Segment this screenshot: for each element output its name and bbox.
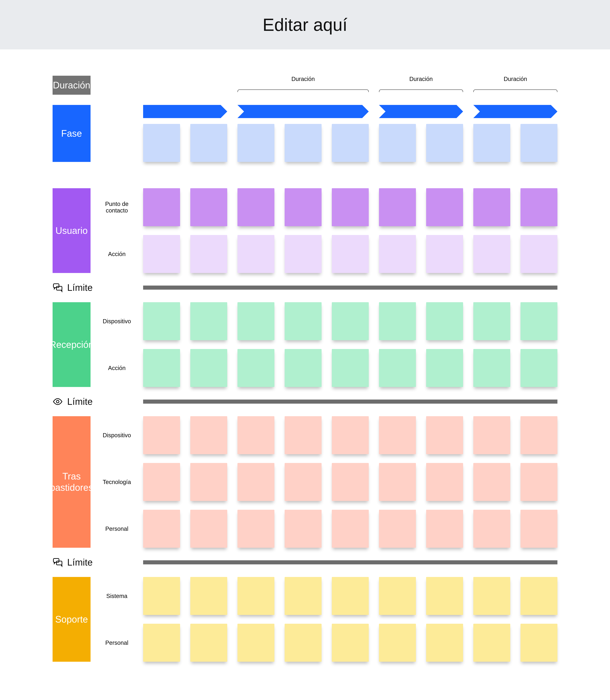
phase-card[interactable] xyxy=(473,124,510,162)
user-action-card[interactable] xyxy=(332,235,369,273)
back-technology-card[interactable] xyxy=(285,463,322,501)
support-personnel-card[interactable] xyxy=(473,624,510,662)
support-personnel-card[interactable] xyxy=(379,624,416,662)
support-system-card[interactable] xyxy=(285,577,322,615)
touchpoint-card[interactable] xyxy=(379,188,416,226)
touchpoint-card[interactable] xyxy=(473,188,510,226)
front-action-card[interactable] xyxy=(473,349,510,387)
back-device-card[interactable] xyxy=(332,416,369,454)
back-device-card[interactable] xyxy=(426,416,463,454)
support-system-card[interactable] xyxy=(520,577,558,615)
support-system-card[interactable] xyxy=(143,577,180,615)
back-personnel-card[interactable] xyxy=(379,510,416,548)
front-action-card[interactable] xyxy=(285,349,322,387)
user-action-card[interactable] xyxy=(520,235,558,273)
chat-icon xyxy=(52,557,63,567)
phase-card[interactable] xyxy=(285,124,322,162)
back-personnel-card[interactable] xyxy=(332,510,369,548)
back-device-card[interactable] xyxy=(143,416,180,454)
touchpoint-card[interactable] xyxy=(520,188,558,226)
lane-back: Tras bastidores xyxy=(52,416,91,548)
back-device-card[interactable] xyxy=(520,416,558,454)
user-action-card[interactable] xyxy=(426,235,463,273)
back-personnel-card[interactable] xyxy=(520,510,558,548)
front-action-card[interactable] xyxy=(190,349,227,387)
touchpoint-card[interactable] xyxy=(285,188,322,226)
front-action-card[interactable] xyxy=(143,349,180,387)
back-technology-card[interactable] xyxy=(332,463,369,501)
support-personnel-card[interactable] xyxy=(143,624,180,662)
support-personnel-card[interactable] xyxy=(190,624,227,662)
front-device-card[interactable] xyxy=(190,302,227,340)
user-action-card[interactable] xyxy=(379,235,416,273)
front-device-card[interactable] xyxy=(238,302,274,340)
support-system-card[interactable] xyxy=(426,577,463,615)
phase-card[interactable] xyxy=(520,124,558,162)
touchpoint-card[interactable] xyxy=(143,188,180,226)
support-system-card[interactable] xyxy=(238,577,274,615)
front-action-card[interactable] xyxy=(238,349,274,387)
support-personnel-card[interactable] xyxy=(238,624,274,662)
back-technology-card[interactable] xyxy=(143,463,180,501)
support-personnel-card[interactable] xyxy=(332,624,369,662)
back-technology-card[interactable] xyxy=(238,463,274,501)
front-action-card[interactable] xyxy=(426,349,463,387)
front-device-card[interactable] xyxy=(285,302,322,340)
phase-card[interactable] xyxy=(379,124,416,162)
back-device-card[interactable] xyxy=(190,416,227,454)
support-system-card[interactable] xyxy=(379,577,416,615)
phase-card[interactable] xyxy=(190,124,227,162)
back-device-card[interactable] xyxy=(238,416,274,454)
touchpoint-card[interactable] xyxy=(426,188,463,226)
user-action-card[interactable] xyxy=(285,235,322,273)
front-device-card[interactable] xyxy=(332,302,369,340)
support-personnel-card[interactable] xyxy=(285,624,322,662)
phase-card[interactable] xyxy=(143,124,180,162)
user-action-card[interactable] xyxy=(238,235,274,273)
front-device-card[interactable] xyxy=(379,302,416,340)
page-title[interactable]: Editar aquí xyxy=(0,0,610,49)
back-technology-card[interactable] xyxy=(379,463,416,501)
phase-chevron[interactable] xyxy=(238,105,369,118)
support-system-card[interactable] xyxy=(190,577,227,615)
boundary-text: Límite xyxy=(67,557,93,568)
back-device-card[interactable] xyxy=(473,416,510,454)
support-personnel-card[interactable] xyxy=(520,624,558,662)
front-device-card[interactable] xyxy=(143,302,180,340)
back-personnel-card[interactable] xyxy=(238,510,274,548)
phase-chevron[interactable] xyxy=(379,105,463,118)
user-action-card[interactable] xyxy=(473,235,510,273)
front-action-card[interactable] xyxy=(332,349,369,387)
back-personnel-card[interactable] xyxy=(190,510,227,548)
front-action-card[interactable] xyxy=(520,349,558,387)
front-action-card[interactable] xyxy=(379,349,416,387)
boundary-bar xyxy=(143,400,558,404)
back-technology-card[interactable] xyxy=(473,463,510,501)
phase-chevron[interactable] xyxy=(143,105,227,118)
phase-card[interactable] xyxy=(332,124,369,162)
back-device-card[interactable] xyxy=(285,416,322,454)
user-action-card[interactable] xyxy=(190,235,227,273)
back-technology-card[interactable] xyxy=(520,463,558,501)
user-action-card[interactable] xyxy=(143,235,180,273)
eye-icon xyxy=(52,396,63,407)
phase-card[interactable] xyxy=(238,124,274,162)
back-technology-card[interactable] xyxy=(426,463,463,501)
touchpoint-card[interactable] xyxy=(190,188,227,226)
front-device-card[interactable] xyxy=(473,302,510,340)
back-device-card[interactable] xyxy=(379,416,416,454)
phase-card[interactable] xyxy=(426,124,463,162)
back-personnel-card[interactable] xyxy=(426,510,463,548)
support-system-card[interactable] xyxy=(473,577,510,615)
back-technology-card[interactable] xyxy=(190,463,227,501)
back-personnel-card[interactable] xyxy=(143,510,180,548)
front-device-card[interactable] xyxy=(426,302,463,340)
support-system-card[interactable] xyxy=(332,577,369,615)
back-personnel-card[interactable] xyxy=(473,510,510,548)
touchpoint-card[interactable] xyxy=(332,188,369,226)
support-personnel-card[interactable] xyxy=(426,624,463,662)
phase-chevron[interactable] xyxy=(473,105,558,118)
front-device-card[interactable] xyxy=(520,302,558,340)
back-personnel-card[interactable] xyxy=(285,510,322,548)
touchpoint-card[interactable] xyxy=(238,188,274,226)
